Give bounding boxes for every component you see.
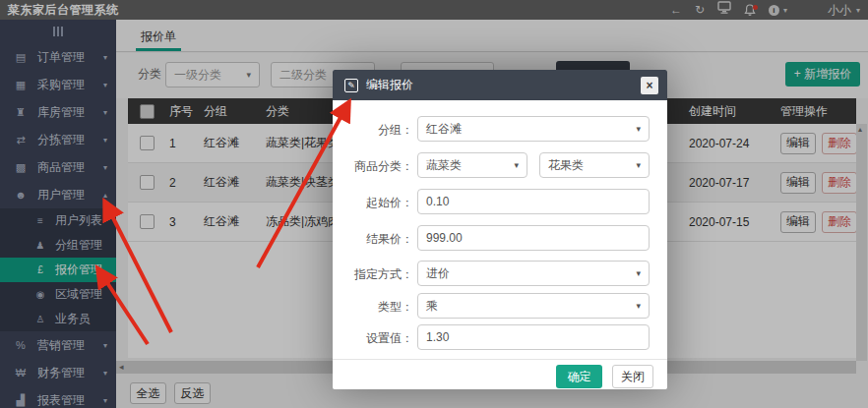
chevron-down-icon: ▾ <box>636 124 641 134</box>
chevron-down-icon: ▾ <box>514 160 519 170</box>
edit-pencil-icon: ✎ <box>344 79 358 92</box>
category-level1-select[interactable]: 蔬菜类 ▾ <box>417 152 527 178</box>
modal-header: ✎ 编辑报价 × <box>333 70 667 100</box>
category-level2-select[interactable]: 花果类 ▾ <box>539 152 650 178</box>
type-field-row: 类型： 乘 ▾ <box>333 293 667 319</box>
pricing-method-select[interactable]: 进价 ▾ <box>417 261 650 286</box>
start-price-field-row: 起始价： <box>333 189 667 214</box>
end-price-input[interactable] <box>417 225 650 251</box>
chevron-down-icon: ▾ <box>636 268 641 278</box>
chevron-down-icon: ▾ <box>636 301 641 311</box>
set-value-input[interactable] <box>417 324 650 350</box>
group-select[interactable]: 红谷滩 ▾ <box>417 116 650 142</box>
start-price-input[interactable] <box>417 189 650 214</box>
product-category-field-row: 商品分类： 蔬菜类 ▾ 花果类 ▾ <box>333 152 667 178</box>
modal-title: 编辑报价 <box>366 77 413 93</box>
close-button[interactable]: 关闭 <box>612 365 653 388</box>
group-field-row: 分组： 红谷滩 ▾ <box>333 116 667 142</box>
edit-quote-modal: ✎ 编辑报价 × 分组： 红谷滩 ▾ 商品分类： 蔬菜类 ▾ 花果类 ▾ 起始价… <box>333 70 667 389</box>
page: 菜东家后台管理系统 ← ↻ i ▾ 小小 ▾ ▤ 订单管理 <box>0 0 868 408</box>
close-icon[interactable]: × <box>641 77 658 94</box>
pricing-method-field-row: 指定方式： 进价 ▾ <box>333 261 667 286</box>
confirm-button[interactable]: 确定 <box>556 365 602 388</box>
chevron-down-icon: ▾ <box>636 160 641 170</box>
end-price-field-row: 结果价： <box>333 225 667 251</box>
type-select[interactable]: 乘 ▾ <box>417 293 650 319</box>
modal-footer: 确定 关闭 <box>333 359 667 389</box>
set-value-field-row: 设置值： <box>333 324 667 350</box>
